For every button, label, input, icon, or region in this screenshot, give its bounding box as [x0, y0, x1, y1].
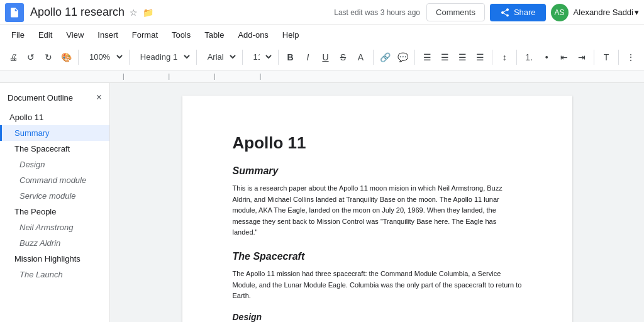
menu-addons[interactable]: Add-ons	[231, 28, 274, 42]
sidebar-header: Document Outline ×	[0, 88, 109, 109]
doc-page: Apollo 11 Summary This is a research pap…	[182, 96, 572, 322]
user-section: Comments Share AS Alexandre Saddi ▾	[426, 3, 639, 21]
align-center-button[interactable]: ☰	[436, 50, 453, 65]
outline-item-launch[interactable]: The Launch	[0, 267, 109, 282]
more-options-button[interactable]: ⋮	[623, 50, 639, 65]
ruler-mark-4: |	[260, 73, 262, 80]
title-icons: ☆ 📁	[128, 6, 155, 19]
ruler-mark-2: |	[169, 73, 170, 80]
menu-view[interactable]: View	[60, 28, 90, 42]
divider-10	[594, 50, 594, 65]
outline-item-service-module[interactable]: Service module	[0, 188, 109, 204]
zoom-select[interactable]: 100%	[82, 48, 125, 65]
divider-1	[78, 50, 79, 65]
divider-6	[373, 50, 374, 65]
app-icon	[5, 3, 24, 22]
doc-area[interactable]: Apollo 11 Summary This is a research pap…	[110, 83, 644, 322]
share-label: Share	[514, 8, 536, 17]
divider-5	[278, 50, 279, 65]
menu-tools[interactable]: Tools	[165, 28, 197, 42]
text-color-button[interactable]: A	[353, 50, 369, 65]
star-button[interactable]: ☆	[128, 6, 139, 19]
section-spacecraft-heading: The Spacecraft	[233, 251, 522, 262]
svg-rect-0	[13, 13, 16, 13]
svg-rect-1	[13, 14, 16, 14]
sidebar-title: Document Outline	[8, 93, 73, 103]
user-name-text: Alexandre Saddi ▾	[574, 8, 639, 17]
numbered-list-button[interactable]: 1.	[521, 50, 537, 65]
print-button[interactable]: 🖨	[5, 50, 21, 65]
divider-7	[414, 50, 415, 65]
outline-item-spacecraft[interactable]: The Spacecraft	[0, 141, 109, 157]
line-spacing-button[interactable]: ↕	[496, 50, 513, 65]
menu-insert[interactable]: Insert	[91, 28, 125, 42]
divider-8	[492, 50, 492, 65]
bold-button[interactable]: B	[282, 50, 299, 65]
outline-item-highlights[interactable]: Mission Highlights	[0, 251, 109, 267]
outline-item-summary[interactable]: Summary	[0, 125, 109, 141]
last-edit-text: Last edit was 3 hours ago	[334, 8, 420, 17]
divider-3	[196, 50, 197, 65]
sidebar-close-button[interactable]: ×	[96, 92, 102, 103]
underline-button[interactable]: U	[318, 50, 334, 65]
font-size-select[interactable]: 11 10 12 14	[247, 48, 274, 65]
document-outline-sidebar: Document Outline × Apollo 11 Summary The…	[0, 83, 110, 322]
font-select[interactable]: Arial	[201, 48, 238, 65]
undo-button[interactable]: ↺	[23, 50, 39, 65]
toolbar: 🖨 ↺ ↻ 🎨 100% Heading 1 Normal text Headi…	[0, 44, 644, 70]
menu-table[interactable]: Table	[198, 28, 230, 42]
ruler: | | | |	[0, 70, 644, 83]
comments-button[interactable]: Comments	[426, 3, 485, 21]
align-justify-button[interactable]: ☰	[472, 50, 488, 65]
section-summary-heading: Summary	[233, 165, 522, 177]
outline-item-design[interactable]: Design	[0, 157, 109, 172]
clear-format-button[interactable]: T	[598, 50, 614, 65]
folder-button[interactable]: 📁	[142, 6, 155, 19]
increase-indent-button[interactable]: ⇥	[574, 50, 590, 65]
decrease-indent-button[interactable]: ⇤	[556, 50, 572, 65]
align-left-button[interactable]: ☰	[419, 50, 435, 65]
bulleted-list-button[interactable]: •	[538, 50, 555, 65]
user-avatar[interactable]: AS	[551, 4, 569, 21]
menu-help[interactable]: Help	[276, 28, 306, 42]
strikethrough-button[interactable]: S	[335, 50, 352, 65]
user-initials: AS	[555, 8, 565, 17]
outline-item-command-module[interactable]: Command module	[0, 172, 109, 188]
link-button[interactable]: 🔗	[377, 50, 393, 65]
doc-title-text[interactable]: Apollo 11 research	[30, 6, 125, 19]
redo-button[interactable]: ↻	[40, 50, 57, 65]
outline-item-apollo11[interactable]: Apollo 11	[0, 109, 109, 125]
divider-9	[516, 50, 517, 65]
share-button[interactable]: Share	[490, 4, 546, 21]
divider-4	[242, 50, 243, 65]
style-select[interactable]: Heading 1 Normal text Heading 2 Heading …	[133, 48, 192, 65]
section-spacecraft-body: The Apollo 11 mission had three spacecra…	[233, 269, 522, 302]
outline-item-neil[interactable]: Neil Armstrong	[0, 219, 109, 235]
doc-title-row: Apollo 11 research ☆ 📁	[30, 6, 334, 19]
menu-edit[interactable]: Edit	[32, 28, 58, 42]
paint-format-button[interactable]: 🎨	[58, 50, 74, 65]
divider-2	[129, 50, 130, 65]
ruler-mark-1: |	[123, 73, 125, 80]
section-summary-body: This is a research paper about the Apoll…	[233, 183, 522, 238]
align-right-button[interactable]: ☰	[454, 50, 470, 65]
doc-main-title: Apollo 11	[233, 133, 522, 153]
italic-button[interactable]: I	[300, 50, 316, 65]
title-bar: Apollo 11 research ☆ 📁 Last edit was 3 h…	[0, 0, 644, 25]
outline-item-people[interactable]: The People	[0, 204, 109, 219]
outline-item-buzz[interactable]: Buzz Aldrin	[0, 235, 109, 251]
menu-file[interactable]: File	[5, 28, 31, 42]
main-area: Document Outline × Apollo 11 Summary The…	[0, 83, 644, 322]
user-chevron-icon: ▾	[635, 8, 639, 17]
ruler-mark-3: |	[214, 73, 216, 80]
section-design-heading: Design	[233, 312, 522, 322]
menu-bar: File Edit View Insert Format Tools Table…	[0, 25, 644, 44]
title-section: Apollo 11 research ☆ 📁	[30, 6, 334, 19]
comment-button[interactable]: 💬	[394, 50, 411, 65]
divider-11	[618, 50, 619, 65]
menu-format[interactable]: Format	[126, 28, 164, 42]
